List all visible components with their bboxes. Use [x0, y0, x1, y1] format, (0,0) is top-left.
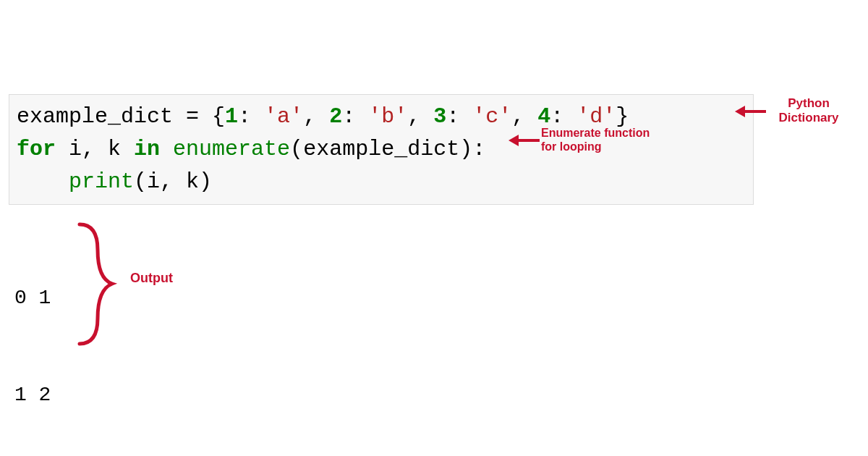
code-token: 2: [329, 104, 342, 129]
code-token: }: [616, 104, 629, 129]
annotation-enumerate: Enumerate function for looping: [541, 126, 671, 153]
code-token: i, k: [56, 137, 134, 161]
code-token: ):: [459, 137, 485, 161]
code-token: ,: [303, 104, 329, 129]
annotation-text: for looping: [541, 140, 671, 153]
annotation-output: Output: [130, 271, 195, 287]
code-token: 'b': [368, 104, 407, 129]
output-line: 1 2: [14, 379, 51, 412]
code-token: :: [446, 104, 472, 129]
arrow-icon: [518, 139, 540, 142]
code-token: [17, 169, 69, 194]
code-token: print: [69, 169, 134, 194]
code-token: 'a': [264, 104, 303, 129]
output-block: 0 1 1 2 2 3 3 4: [14, 217, 51, 456]
annotation-text: Output: [130, 271, 173, 285]
code-token: 'c': [472, 104, 511, 129]
brace-icon: [72, 217, 123, 351]
code-token: :: [238, 104, 264, 129]
code-token: 'd': [576, 104, 616, 129]
code-token: in: [134, 137, 160, 161]
code-token: :: [550, 104, 576, 129]
code-token: ,: [511, 104, 537, 129]
code-token: 4: [537, 104, 550, 129]
code-token: enumerate: [173, 137, 290, 161]
code-token: =: [186, 104, 212, 129]
arrow-icon: [744, 110, 766, 113]
code-token: 3: [433, 104, 446, 129]
code-token: (i, k): [134, 169, 212, 194]
output-line: 0 1: [14, 282, 51, 315]
arrow-head-icon: [509, 135, 519, 146]
arrow-head-icon: [735, 106, 745, 117]
annotation-dictionary: Python Dictionary: [769, 96, 848, 126]
code-token: 1: [225, 104, 238, 129]
code-token: (: [290, 137, 303, 161]
code-token: :: [342, 104, 368, 129]
code-token: for: [17, 137, 56, 161]
code-token: example_dict: [303, 137, 459, 161]
code-token: ,: [407, 104, 433, 129]
annotation-text: Dictionary: [769, 111, 848, 125]
code-token: {: [212, 104, 225, 129]
annotation-text: Enumerate function: [541, 126, 671, 140]
code-line-3: print(i, k): [17, 166, 746, 198]
code-token: example_dict: [17, 104, 186, 129]
code-token: [160, 137, 173, 161]
annotation-text: Python: [769, 96, 848, 111]
